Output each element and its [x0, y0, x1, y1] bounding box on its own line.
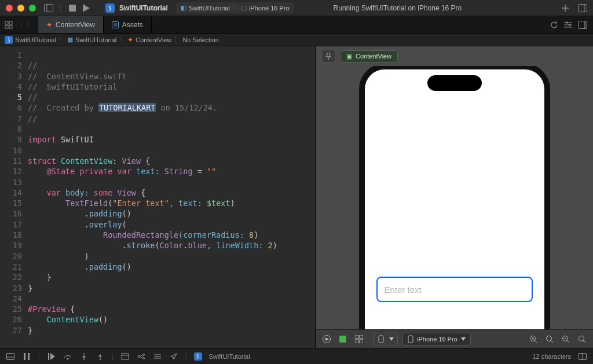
svg-rect-44 [24, 353, 25, 360]
scheme-selector[interactable]: ◧ SwiftUITutorial 〉 ▢ iPhone 16 Pro [176, 2, 294, 13]
jump-file[interactable]: ContentView [136, 36, 171, 43]
asset-catalog-icon [112, 21, 119, 28]
project-icon: ⟆ [5, 36, 13, 44]
debug-view-icon[interactable] [120, 352, 130, 361]
svg-rect-9 [9, 21, 12, 24]
canvas-viewport[interactable]: Enter text [316, 66, 593, 329]
process-icon: ⟆ [194, 352, 202, 361]
continue-icon[interactable] [47, 352, 56, 361]
zoom-fit-icon[interactable] [528, 334, 539, 344]
swift-file-icon: ✦ [46, 21, 52, 29]
pause-icon[interactable] [22, 352, 31, 361]
selected-text: TUTORIALKART [98, 103, 156, 112]
svg-rect-25 [355, 340, 358, 343]
preview-struct-icon: ▣ [346, 53, 352, 60]
svg-rect-2 [69, 5, 76, 12]
tab-contentview[interactable]: ✦ ContentView [38, 16, 104, 33]
svg-rect-6 [579, 4, 587, 12]
svg-rect-46 [48, 353, 49, 360]
svg-rect-16 [569, 24, 570, 25]
svg-rect-27 [379, 336, 383, 343]
svg-marker-3 [83, 4, 90, 12]
tab-label: Assets [122, 21, 143, 29]
tab-assets[interactable]: Assets [104, 16, 152, 33]
window-controls [6, 5, 36, 12]
toggle-navigator-icon[interactable] [44, 3, 53, 13]
svg-marker-47 [50, 353, 55, 360]
memory-graph-icon[interactable] [137, 352, 146, 361]
svg-point-51 [83, 359, 85, 360]
location-icon[interactable] [169, 352, 178, 361]
svg-rect-55 [122, 354, 129, 359]
step-into-icon[interactable] [79, 352, 89, 361]
adjust-editor-icon[interactable] [564, 21, 572, 28]
textfield-placeholder: Enter text [385, 285, 422, 295]
jump-project[interactable]: SwiftUITutorial [15, 36, 56, 43]
nav-back-icon[interactable]: 〈 [16, 20, 23, 30]
toggle-variables-view-icon[interactable] [578, 352, 587, 361]
stop-button-icon[interactable] [68, 3, 77, 13]
jump-group[interactable]: SwiftUITutorial [75, 36, 116, 43]
canvas-toolbar: ▣ ContentView [316, 46, 593, 66]
character-count: 12 characters [532, 353, 571, 360]
step-over-icon[interactable] [63, 352, 72, 361]
pin-preview-button[interactable] [321, 50, 335, 62]
close-window-button[interactable] [6, 5, 13, 12]
destination-label: iPhone 16 Pro [249, 5, 290, 12]
library-icon[interactable] [578, 3, 587, 13]
folder-icon: ▦ [67, 36, 73, 43]
svg-rect-0 [45, 4, 53, 12]
source-editor[interactable]: 1234567891011121314151617181920212223242… [0, 46, 316, 348]
jump-bar[interactable]: ⟆ SwiftUITutorial 〉 ▦ SwiftUITutorial 〉 … [0, 34, 593, 46]
activity-status: Running SwiftUITutorial on iPhone 16 Pro [334, 4, 462, 12]
variants-icon[interactable] [354, 334, 364, 344]
refresh-icon[interactable] [550, 21, 558, 29]
minimize-window-button[interactable] [17, 5, 24, 12]
svg-rect-42 [7, 353, 14, 359]
jump-selection[interactable]: No Selection [182, 36, 218, 43]
step-out-icon[interactable] [96, 352, 105, 361]
svg-point-59 [142, 357, 144, 359]
related-items-icon[interactable] [5, 21, 13, 29]
preview-selector[interactable]: ▣ ContentView [340, 50, 398, 62]
preview-label: ContentView [356, 53, 391, 60]
nav-forward-icon[interactable]: 〉 [27, 20, 34, 30]
svg-point-54 [100, 359, 101, 360]
add-button-icon[interactable] [561, 3, 570, 13]
zoom-100-icon[interactable] [561, 334, 571, 344]
device-label: iPhone 16 Pro [417, 336, 457, 343]
svg-rect-26 [360, 340, 363, 343]
live-preview-icon[interactable] [321, 334, 332, 344]
run-button-icon[interactable] [82, 3, 91, 13]
selectable-icon[interactable] [338, 334, 348, 344]
svg-point-58 [142, 354, 144, 355]
svg-marker-30 [461, 337, 466, 341]
zoom-out-icon[interactable] [544, 334, 555, 344]
svg-rect-15 [566, 21, 568, 23]
device-selector[interactable]: iPhone 16 Pro [402, 333, 471, 345]
svg-marker-50 [82, 356, 86, 359]
svg-point-48 [67, 358, 68, 359]
zoom-in-icon[interactable] [577, 334, 587, 344]
svg-rect-8 [5, 21, 8, 24]
preview-textfield[interactable]: Enter text [376, 277, 533, 302]
svg-rect-29 [408, 336, 413, 343]
svg-line-36 [551, 340, 553, 343]
svg-marker-21 [325, 337, 329, 341]
toggle-inspector-icon[interactable] [578, 21, 587, 29]
svg-line-61 [140, 356, 143, 358]
toggle-debug-area-icon[interactable] [6, 352, 15, 361]
svg-marker-28 [389, 337, 394, 341]
project-name: SwiftUITutorial [119, 4, 168, 12]
svg-line-41 [583, 340, 585, 343]
code-area[interactable]: // // ContentView.swift // SwiftUITutori… [28, 46, 277, 348]
main-split: 1234567891011121314151617181920212223242… [0, 46, 593, 348]
zoom-window-button[interactable] [29, 5, 36, 12]
process-name[interactable]: SwiftUITutorial [209, 353, 250, 360]
device-settings-button[interactable] [374, 333, 398, 345]
env-overrides-icon[interactable] [153, 352, 162, 361]
svg-rect-22 [339, 336, 346, 343]
tab-bar: 〈 〉 ✦ ContentView Assets [0, 16, 593, 34]
svg-marker-65 [171, 354, 177, 359]
svg-rect-23 [355, 335, 358, 339]
